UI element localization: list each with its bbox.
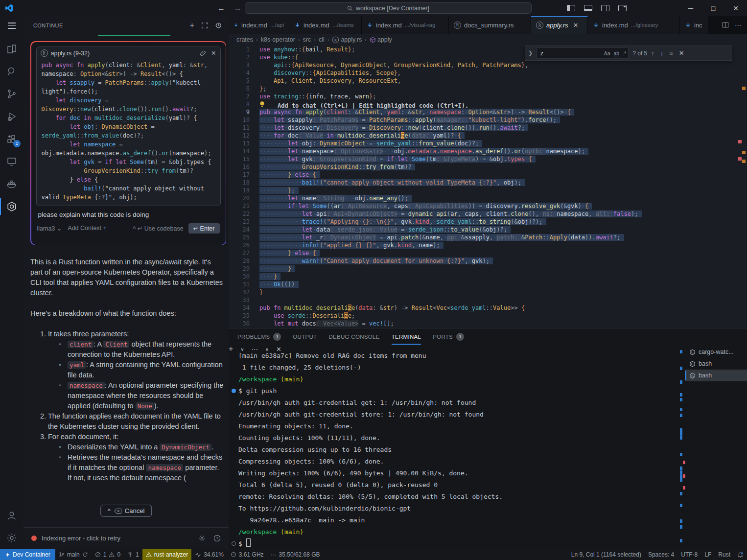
panel-tab-problems[interactable]: PROBLEMS1	[237, 328, 281, 345]
tab-index-md-teams[interactable]: index.md.../teams	[289, 16, 362, 34]
encoding[interactable]: UTF-8	[677, 549, 701, 560]
close-find-icon[interactable]: ✕	[679, 49, 684, 57]
tab-index-md-visual-rag[interactable]: index.md.../visual-rag	[362, 16, 449, 34]
activity-item-extensions[interactable]: 1	[0, 128, 23, 150]
code-line-19[interactable]: 19········};	[229, 187, 747, 194]
code-line-34[interactable]: 34pub fn multidoc_deserialize(data: &str…	[229, 304, 747, 312]
menu-icon[interactable]	[8, 23, 16, 29]
panel-tab-ports[interactable]: PORTS1	[433, 328, 464, 345]
code-line-13[interactable]: 13········let·obj:·DynamicObject·=·serde…	[229, 140, 747, 147]
help-icon[interactable]: ?	[213, 535, 221, 542]
code-line-29[interactable]: 29········}	[229, 265, 747, 273]
overview-ruler[interactable]	[738, 46, 746, 328]
activity-item-run-debug[interactable]	[0, 105, 23, 128]
breadcrumb[interactable]: crates›k8s-operator›src›cli›R apply.rs›a…	[229, 34, 747, 46]
code-line-6[interactable]: 6};	[229, 85, 747, 93]
code-line-20[interactable]: 20········let·name: String·=·obj.name_an…	[229, 194, 747, 202]
code-line-11[interactable]: 11····let·discovery: Discovery·=·Discove…	[229, 124, 747, 132]
remote-indicator[interactable]: Dev Container	[0, 549, 55, 560]
activity-item-docker[interactable]	[0, 173, 23, 195]
code-line-21[interactable]: 21········if·let·Some((ar: ApiResource,·…	[229, 202, 747, 210]
tab-docs_summary-rs[interactable]: Rdocs_summary.rs	[449, 16, 531, 34]
new-session-icon[interactable]: +	[190, 21, 194, 30]
breadcrumb-segment[interactable]: cli	[319, 36, 325, 43]
gear-icon[interactable]	[198, 535, 206, 542]
minimize-button[interactable]: ─	[679, 0, 702, 16]
paperclip-icon[interactable]	[200, 50, 206, 56]
indentation[interactable]: Spaces: 4	[645, 549, 677, 560]
code-line-33[interactable]: 33	[229, 296, 747, 304]
terminal-list-item-bash[interactable]: bash	[685, 370, 747, 381]
code-editor[interactable]: 1use anyhow::{bail, Result};2use kube::{…	[229, 46, 747, 328]
maximize-button[interactable]: □	[702, 0, 724, 16]
breadcrumb-file[interactable]: apply.rs	[341, 36, 362, 43]
activity-item-accounts[interactable]	[0, 504, 23, 527]
code-line-28[interactable]: 28············warn!("Cannot·apply·docume…	[229, 257, 747, 265]
cursor-position[interactable]: Ln 9, Col 1 (1164 selected)	[568, 549, 645, 560]
code-line-8[interactable]: 8Add to chat (Ctrl+L) | Edit highlighted…	[229, 100, 747, 108]
code-line-7[interactable]: 7use tracing::{info, trace, warn};	[229, 93, 747, 100]
ports-indicator[interactable]: 1	[124, 549, 142, 560]
code-line-26[interactable]: 26············info!("applied·{}·{}",·gvk…	[229, 241, 747, 249]
breadcrumb-segment[interactable]: crates	[236, 36, 253, 43]
split-editor-icon[interactable]	[722, 22, 729, 28]
language-mode[interactable]: Rust	[715, 549, 734, 560]
code-line-16[interactable]: 16············GroupVersionKind::try_from…	[229, 163, 747, 171]
breadcrumb-symbol[interactable]: apply	[377, 36, 392, 43]
next-match-icon[interactable]: ↓	[660, 49, 664, 57]
code-line-36[interactable]: 36 let mut docs: Vec<Value> = vec![];	[229, 320, 747, 327]
enter-button[interactable]: ↵ Enter	[188, 223, 220, 233]
code-line-4[interactable]: 4 discovery::{ApiCapabilities, Scope},	[229, 69, 747, 77]
code-line-12[interactable]: 12····for·doc: Value·in·multidoc_deseria…	[229, 132, 747, 140]
terminal-scrollbar[interactable]	[680, 348, 684, 547]
find-in-selection-icon[interactable]: ≡	[669, 49, 673, 57]
frequency-indicator[interactable]: 3.61 GHz	[227, 549, 267, 560]
tab-inc[interactable]: inc	[680, 16, 708, 34]
tab-apply-rs[interactable]: Rapply.rs✕	[531, 16, 588, 34]
toggle-panel-icon[interactable]	[584, 5, 592, 11]
code-line-14[interactable]: 14········let·namespace: Option<&str>·=·…	[229, 147, 747, 155]
problems-indicator[interactable]: 1 0	[92, 549, 124, 560]
activity-item-explorer[interactable]	[0, 38, 23, 60]
panel-tab-terminal[interactable]: TERMINAL	[392, 328, 421, 345]
prev-match-icon[interactable]: ↑	[651, 49, 654, 57]
close-tab-icon[interactable]: ✕	[573, 22, 579, 29]
code-line-27[interactable]: 27········}·else·{	[229, 249, 747, 257]
code-line-32[interactable]: 32}	[229, 288, 747, 296]
find-expand-chevron[interactable]: ❯	[528, 50, 533, 56]
tab-index-md-api[interactable]: index.md.../api	[229, 16, 289, 34]
toggle-sidebar-icon[interactable]	[567, 5, 575, 11]
more-tabs-icon[interactable]: ⋯	[735, 22, 741, 29]
terminal-output[interactable]: [main e638a7c] Remove old RAG doc items …	[232, 350, 678, 549]
close-button[interactable]: ✕	[724, 0, 747, 16]
tab-index-md-glossary[interactable]: index.md.../glossary	[588, 16, 680, 34]
activity-item-remote-explorer[interactable]	[0, 150, 23, 173]
activity-item-search[interactable]	[0, 60, 23, 83]
activity-item-source-control[interactable]	[0, 83, 23, 105]
regex-icon[interactable]: .*	[623, 50, 626, 56]
back-arrow-button[interactable]: ←	[217, 4, 225, 13]
find-input[interactable]	[539, 49, 585, 57]
eol[interactable]: LF	[701, 549, 715, 560]
code-line-24[interactable]: 24············let·data: serde_json::Valu…	[229, 226, 747, 233]
code-line-35[interactable]: 35 use serde::Deserialize;	[229, 312, 747, 320]
code-line-9[interactable]: 9pub·async·fn·apply(client:·&Client,·yam…	[229, 108, 747, 116]
indexing-status[interactable]: Indexing error - click to retry	[42, 535, 120, 542]
code-line-25[interactable]: 25············let·_r: DynamicObject·=·ap…	[229, 233, 747, 241]
code-line-3[interactable]: 3 api::{ApiResource, DynamicObject, Grou…	[229, 61, 747, 69]
forward-arrow-button[interactable]: →	[234, 4, 242, 13]
remove-context-icon[interactable]: ✕	[211, 49, 216, 57]
toggle-secondary-sidebar-icon[interactable]	[601, 5, 609, 11]
code-line-23[interactable]: 23············trace!("Applying·{}:·\n{}"…	[229, 218, 747, 226]
command-center-search[interactable]: workspace [Dev Container]	[245, 2, 532, 14]
activity-item-continue[interactable]	[0, 195, 23, 218]
rust-analyzer-status[interactable]: rust-analyzer	[142, 549, 191, 560]
panel-tab-output[interactable]: OUTPUT	[293, 328, 317, 345]
code-line-22[interactable]: 22············let·api: Api<DynamicObject…	[229, 210, 747, 218]
code-line-5[interactable]: 5 Api, Client, Discovery, ResourceExt,	[229, 77, 747, 85]
memory-indicator[interactable]: ··· 35.50/62.68 GB	[267, 549, 324, 560]
command-decoration[interactable]	[232, 541, 236, 546]
customize-layout-icon[interactable]	[618, 5, 627, 11]
history-icon[interactable]	[215, 22, 222, 29]
fullscreen-icon[interactable]	[201, 22, 208, 29]
